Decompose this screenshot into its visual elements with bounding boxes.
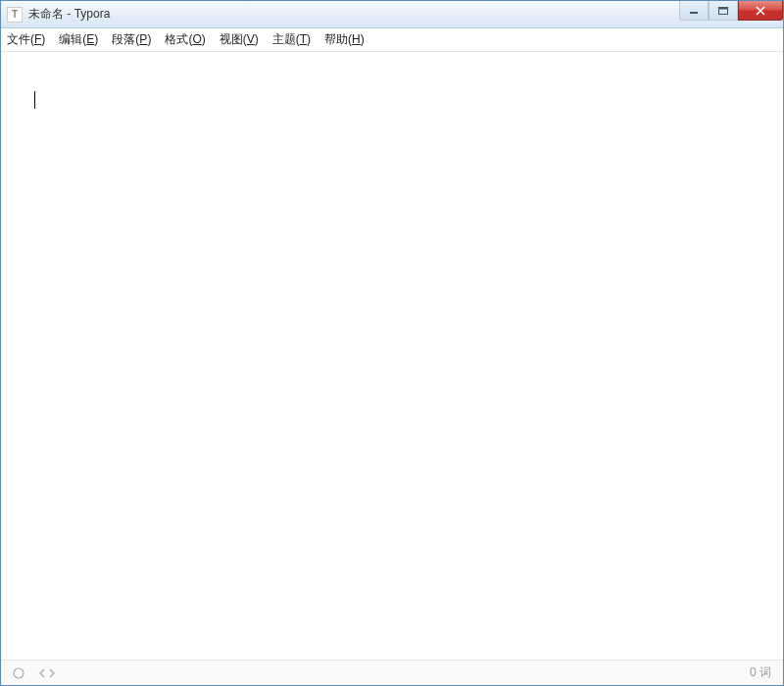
outline-toggle-button[interactable] — [13, 667, 24, 679]
menu-format[interactable]: 格式(O) — [165, 31, 205, 48]
svg-rect-0 — [690, 12, 698, 14]
menu-theme[interactable]: 主题(T) — [272, 31, 311, 48]
word-count[interactable]: 0 词 — [750, 664, 771, 681]
window-controls — [679, 1, 783, 21]
minimize-icon — [689, 7, 699, 15]
close-button[interactable] — [738, 1, 783, 21]
app-window: T 未命名 - Typora 文件(F) 编辑(E) 段落(P) 格式(O) 视… — [0, 0, 784, 686]
maximize-button[interactable] — [709, 1, 738, 21]
editor-area[interactable] — [1, 52, 783, 660]
close-icon — [755, 6, 766, 16]
menu-paragraph[interactable]: 段落(P) — [112, 31, 151, 48]
app-icon: T — [7, 7, 23, 23]
circle-icon — [13, 667, 24, 679]
menu-view[interactable]: 视图(V) — [220, 31, 259, 48]
statusbar: 0 词 — [1, 660, 783, 685]
menu-file[interactable]: 文件(F) — [7, 31, 45, 48]
menu-help[interactable]: 帮助(H) — [324, 31, 365, 48]
minimize-button[interactable] — [679, 1, 709, 21]
titlebar[interactable]: T 未命名 - Typora — [1, 1, 783, 28]
svg-rect-2 — [719, 7, 728, 9]
source-code-toggle-button[interactable] — [38, 667, 56, 679]
menu-edit[interactable]: 编辑(E) — [59, 31, 98, 48]
text-cursor — [34, 91, 35, 109]
code-icon — [38, 667, 56, 679]
window-title: 未命名 - Typora — [28, 6, 110, 23]
menubar: 文件(F) 编辑(E) 段落(P) 格式(O) 视图(V) 主题(T) 帮助(H… — [1, 28, 783, 52]
svg-point-3 — [14, 668, 24, 678]
maximize-icon — [718, 7, 728, 15]
